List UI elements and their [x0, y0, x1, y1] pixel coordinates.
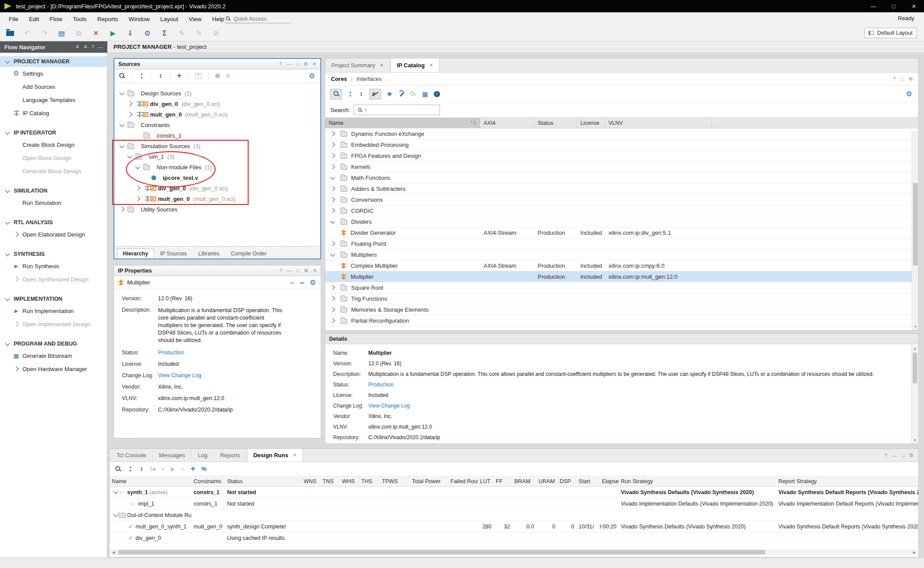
catalog-row[interactable]: Divider Generator AXI4-Stream Production… — [325, 227, 918, 238]
toolbar-icon[interactable]: ↶ — [23, 30, 31, 37]
quick-access-search[interactable] — [225, 15, 291, 23]
float-icon[interactable]: ⧉ — [909, 452, 913, 458]
source-tree-item[interactable]: Utility Sources — [114, 204, 320, 215]
close-tab-icon[interactable]: ✕ — [380, 62, 384, 68]
flow-nav-item[interactable]: Open Hardware Manager — [0, 362, 107, 375]
column-header[interactable]: THS — [359, 476, 380, 486]
toolbar-icon[interactable]: ▶ — [109, 30, 117, 37]
catalog-row[interactable]: Dividers — [325, 216, 918, 227]
column-header[interactable]: DSP — [557, 476, 576, 486]
search-icon[interactable] — [330, 89, 342, 99]
collapse-all-icon[interactable] — [139, 73, 144, 79]
float-icon[interactable]: ⧉ — [909, 76, 913, 82]
flow-nav-item[interactable]: IP Catalog — [0, 106, 107, 120]
help-icon[interactable]: ? — [893, 76, 895, 82]
catalog-row[interactable]: Adders & Subtracters — [325, 183, 918, 194]
detail-value[interactable]: 12.0 (Rev. 16) — [368, 360, 896, 367]
detail-value[interactable]: Multiplier — [368, 350, 896, 356]
close-icon[interactable]: ✕ — [312, 61, 316, 67]
caret-icon[interactable] — [329, 240, 337, 247]
column-header[interactable]: Name — [110, 476, 191, 486]
caret-icon[interactable] — [114, 491, 117, 493]
subtab-cores[interactable]: Cores — [331, 76, 347, 82]
catalog-search-input[interactable] — [368, 107, 434, 113]
menu-item[interactable]: Flow — [44, 16, 68, 22]
collapse-all-icon[interactable] — [348, 91, 353, 97]
maximize-icon[interactable]: □ — [297, 268, 300, 273]
column-header[interactable]: WNS — [301, 476, 320, 486]
bottom-tab[interactable]: Log ✕ — [191, 448, 214, 462]
toolbar-icon[interactable]: ⚙ — [143, 30, 151, 37]
details-header[interactable]: Details — [325, 334, 918, 344]
design-run-row[interactable]: mult_gen_0_synth_1 mult_gen_0 synth_desi… — [110, 521, 918, 532]
sources-tab[interactable]: Libraries — [193, 249, 225, 259]
property-value[interactable]: View Change Log — [158, 372, 286, 379]
column-header[interactable]: Constraints — [191, 476, 225, 486]
tab-project-summary[interactable]: Project Summary ✕ — [325, 58, 390, 72]
vertical-scrollbar[interactable]: ▼ — [912, 131, 918, 330]
create-run-icon[interactable] — [191, 466, 195, 473]
flow-nav-item[interactable]: Open Elaborated Design — [0, 228, 107, 241]
toolbar-icon[interactable]: ✎ — [195, 30, 203, 37]
property-value[interactable]: Production — [158, 350, 286, 356]
expand-all-icon[interactable] — [359, 91, 364, 97]
column-header-vlnv[interactable]: VLNV — [605, 118, 711, 128]
design-run-row[interactable]: div_gen_0 Using cached IP results — [110, 532, 918, 544]
scroll-right-icon[interactable]: ▶ — [911, 549, 917, 555]
float-icon[interactable]: ⧉ — [304, 268, 308, 273]
toolbar-icon[interactable]: ⇓ — [126, 30, 134, 37]
catalog-row[interactable]: Kernels — [325, 161, 918, 172]
add-sources-icon[interactable] — [177, 73, 182, 80]
caret-icon[interactable] — [329, 185, 337, 192]
caret-icon[interactable] — [329, 174, 337, 181]
close-icon[interactable]: ✕ — [313, 268, 317, 273]
caret-icon[interactable] — [329, 207, 337, 214]
scroll-down-icon[interactable]: ▼ — [912, 437, 918, 444]
minimize-icon[interactable]: — — [287, 268, 292, 273]
expand-all-icon[interactable] — [158, 73, 163, 79]
gear-icon[interactable]: ⚙ — [905, 91, 913, 98]
maximize-icon[interactable]: □ — [884, 3, 904, 10]
caret-icon[interactable] — [329, 130, 337, 137]
flow-nav-item[interactable]: Run Implementation — [0, 304, 107, 317]
catalog-row[interactable]: Trig Functions — [325, 293, 918, 304]
caret-icon[interactable] — [126, 100, 134, 107]
close-tab-icon[interactable]: ✕ — [429, 62, 433, 68]
property-value[interactable]: 12.0 (Rev. 16) — [158, 295, 286, 302]
design-run-row[interactable]: synth_1 (active) constrs_1 Not started — [110, 487, 918, 498]
menu-item[interactable]: Tools — [68, 16, 92, 22]
menu-item[interactable]: Edit — [24, 16, 44, 22]
close-tab-icon[interactable]: ✕ — [293, 452, 297, 458]
help-icon[interactable]: ? — [279, 268, 282, 273]
bottom-tab[interactable]: Reports ✕ — [214, 448, 247, 462]
caret-icon[interactable] — [329, 306, 337, 313]
source-tree-item[interactable]: div_gen_0 (div_gen_0.xci) — [114, 98, 320, 109]
forward-icon[interactable]: ➡ — [299, 279, 304, 286]
caret-icon[interactable] — [329, 196, 337, 203]
flow-nav-item[interactable]: Open Block Design — [0, 151, 107, 164]
column-header[interactable]: TNS — [320, 476, 340, 486]
sources-tab[interactable]: Hierarchy — [117, 248, 154, 259]
expand-all-icon[interactable]: ≙ — [84, 44, 88, 50]
caret-icon[interactable] — [114, 514, 117, 516]
minimize-icon[interactable]: — — [892, 453, 897, 458]
back-icon[interactable]: ⬅ — [290, 279, 295, 286]
column-header[interactable]: Total Power — [410, 476, 448, 486]
scrollbar-thumb[interactable] — [913, 353, 917, 383]
flow-nav-item[interactable]: Open Synthesized Design — [0, 273, 107, 286]
caret-icon[interactable] — [329, 295, 337, 302]
toolbar-icon[interactable]: ▤ — [58, 30, 66, 37]
detail-value[interactable]: xilinx.com:ip:mult_gen:12.0 — [368, 424, 896, 430]
source-tree-item[interactable]: Design Sources (2) — [114, 88, 320, 98]
column-header[interactable]: BRAM — [512, 476, 536, 486]
sources-tab[interactable]: Compile Order — [226, 249, 272, 259]
column-header[interactable]: Elapsed — [600, 476, 619, 486]
catalog-row[interactable]: Floating Point — [325, 238, 918, 249]
info-icon[interactable] — [434, 91, 440, 97]
caret-icon[interactable] — [329, 218, 337, 225]
tab-ip-catalog[interactable]: IP Catalog ✕ — [390, 58, 440, 72]
quick-access-input[interactable] — [234, 16, 282, 22]
help-box-icon[interactable] — [195, 73, 202, 79]
column-header[interactable]: Failed Routes — [448, 476, 478, 486]
flow-nav-item[interactable]: Generate Bitstream — [0, 349, 107, 362]
